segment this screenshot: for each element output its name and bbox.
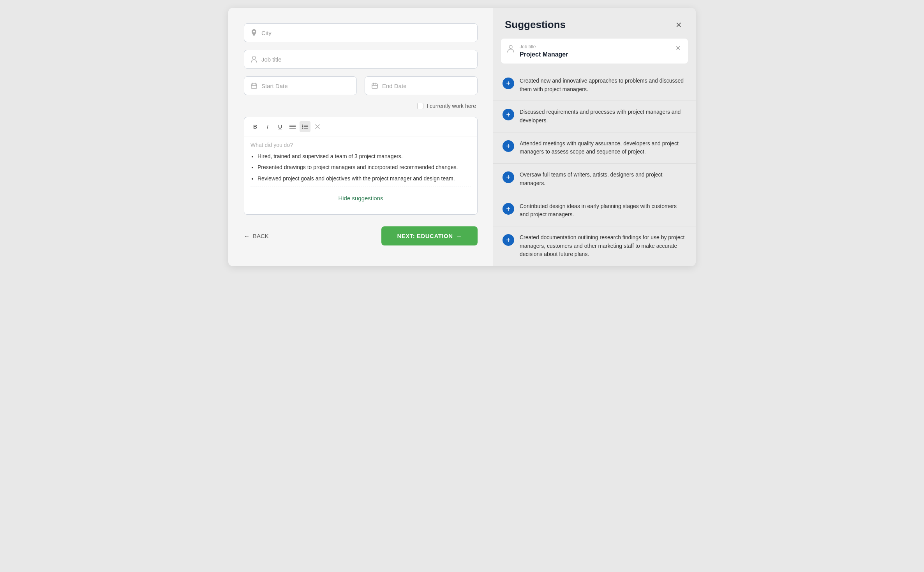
current-work-label: I currently work here — [427, 103, 476, 109]
svg-point-6 — [302, 125, 303, 126]
location-icon — [250, 29, 257, 36]
editor-content: Hired, trained and supervised a team of … — [250, 152, 471, 183]
job-card-value: Project Manager — [520, 51, 669, 58]
editor-toolbar: B I U — [244, 117, 477, 136]
left-panel: City Job title — [228, 8, 493, 266]
city-placeholder: City — [261, 30, 272, 36]
suggestion-item[interactable]: + Contributed design ideas in early plan… — [493, 195, 696, 226]
suggestion-text: Attended meetings with quality assurance… — [520, 139, 686, 156]
right-panel: Suggestions ✕ Job title Project Manager … — [493, 8, 696, 266]
start-date-field[interactable]: Start Date — [244, 76, 357, 95]
suggestions-list: + Created new and innovative approaches … — [493, 70, 696, 266]
add-suggestion-button[interactable]: + — [503, 203, 514, 215]
job-card-content: Job title Project Manager — [520, 44, 669, 58]
page-wrapper: City Job title — [228, 8, 696, 266]
underline-button[interactable]: U — [275, 121, 286, 132]
hide-suggestions-button[interactable]: Hide suggestions — [250, 191, 471, 205]
editor-placeholder: What did you do? — [250, 142, 471, 148]
suggestion-item[interactable]: + Oversaw full teams of writers, artists… — [493, 164, 696, 195]
svg-point-12 — [509, 46, 512, 49]
bold-button[interactable]: B — [250, 121, 261, 132]
suggestion-text: Created new and innovative approaches to… — [520, 77, 686, 94]
svg-point-0 — [252, 56, 256, 59]
job-card-label: Job title — [520, 44, 669, 49]
next-button[interactable]: NEXT: EDUCATION → — [381, 226, 478, 245]
end-calendar-icon — [371, 82, 378, 89]
editor-bullet-list: Hired, trained and supervised a team of … — [250, 152, 471, 183]
bullet-item-1: Hired, trained and supervised a team of … — [257, 152, 471, 161]
date-row: Start Date End Date — [244, 76, 478, 95]
suggestion-text: Created documentation outlining research… — [520, 233, 686, 259]
add-suggestion-button[interactable]: + — [503, 109, 514, 120]
suggestion-text: Oversaw full teams of writers, artists, … — [520, 171, 686, 187]
suggestion-text: Contributed design ideas in early planni… — [520, 202, 686, 219]
job-title-placeholder: Job title — [261, 56, 282, 63]
job-title-group: Job title — [244, 50, 478, 69]
job-card-person-icon — [507, 45, 515, 53]
job-title-card: Job title Project Manager ✕ — [501, 39, 688, 64]
suggestions-title: Suggestions — [505, 19, 566, 31]
suggestion-text: Discussed requirements and processes wit… — [520, 108, 686, 125]
back-label: BACK — [253, 233, 269, 239]
align-button[interactable] — [287, 121, 298, 132]
italic-button[interactable]: I — [262, 121, 273, 132]
end-date-field[interactable]: End Date — [365, 76, 478, 95]
add-suggestion-button[interactable]: + — [503, 171, 514, 183]
suggestion-item[interactable]: + Created new and innovative approaches … — [493, 70, 696, 101]
bullet-item-2: Presented drawings to project managers a… — [257, 163, 471, 171]
add-suggestion-button[interactable]: + — [503, 140, 514, 152]
suggestions-header: Suggestions ✕ — [493, 8, 696, 39]
clear-format-button[interactable] — [312, 121, 323, 132]
job-card-close-button[interactable]: ✕ — [674, 44, 682, 52]
editor-body[interactable]: What did you do? Hired, trained and supe… — [244, 136, 477, 214]
start-calendar-icon — [250, 82, 257, 89]
svg-point-7 — [302, 126, 303, 127]
list-button[interactable] — [300, 121, 310, 132]
checkbox-row: I currently work here — [244, 103, 478, 109]
svg-rect-1 — [251, 84, 257, 88]
svg-rect-2 — [372, 84, 377, 88]
current-work-checkbox[interactable] — [417, 103, 423, 109]
city-field[interactable]: City — [244, 23, 478, 42]
nav-row: ← BACK NEXT: EDUCATION → — [244, 226, 478, 245]
add-suggestion-button[interactable]: + — [503, 234, 514, 246]
bullet-item-3: Reviewed project goals and objectives wi… — [257, 174, 471, 183]
back-button[interactable]: ← BACK — [244, 233, 269, 239]
city-group: City — [244, 23, 478, 42]
next-arrow-icon: → — [456, 233, 462, 239]
add-suggestion-button[interactable]: + — [503, 78, 514, 89]
editor-container: B I U — [244, 117, 478, 215]
suggestion-item[interactable]: + Attended meetings with quality assuran… — [493, 132, 696, 164]
back-arrow-icon: ← — [244, 233, 250, 239]
suggestion-item[interactable]: + Discussed requirements and processes w… — [493, 101, 696, 132]
svg-point-8 — [302, 128, 303, 129]
end-date-placeholder: End Date — [382, 83, 407, 89]
person-icon — [250, 56, 257, 63]
next-label: NEXT: EDUCATION — [397, 233, 453, 239]
start-date-placeholder: Start Date — [261, 83, 288, 89]
suggestion-item[interactable]: + Created documentation outlining resear… — [493, 226, 696, 266]
suggestions-close-button[interactable]: ✕ — [673, 19, 684, 30]
job-title-field[interactable]: Job title — [244, 50, 478, 69]
